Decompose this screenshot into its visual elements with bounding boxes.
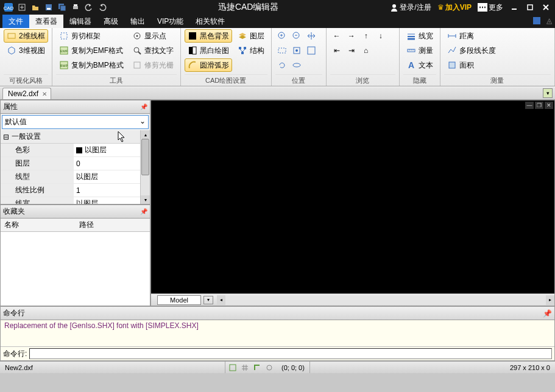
col-path[interactable]: 路径	[76, 219, 150, 231]
btn-text[interactable]: A文本	[403, 58, 436, 72]
scroll-up-icon[interactable]: ▴	[141, 130, 150, 139]
btn-measure[interactable]: 测量	[403, 44, 436, 57]
btn-black-bg[interactable]: 黑色背景	[185, 29, 232, 43]
btn-area[interactable]: 面积	[444, 58, 499, 72]
svg-rect-13	[528, 5, 532, 10]
file-menu[interactable]: 文件	[2, 15, 29, 28]
scroll-down-icon[interactable]: ▾	[141, 195, 150, 204]
saveall-icon[interactable]	[56, 2, 68, 13]
zoom-fit-icon[interactable]	[305, 44, 318, 57]
col-name[interactable]: 名称	[1, 219, 76, 231]
bw-icon	[188, 46, 197, 55]
command-input[interactable]	[29, 348, 552, 359]
svg-line-35	[242, 49, 245, 52]
redo-icon[interactable]	[96, 2, 108, 13]
zoom-extent-icon[interactable]	[290, 44, 303, 57]
pin-icon[interactable]: 📌	[543, 309, 552, 318]
btn-distance[interactable]: 距离	[444, 29, 499, 43]
zoom-in-icon[interactable]	[275, 29, 289, 43]
btn-bw-draw[interactable]: 黑白绘图	[185, 44, 232, 57]
svg-rect-58	[230, 365, 236, 371]
minimize-button[interactable]	[507, 2, 521, 13]
btn-copy-bmp[interactable]: BMP复制为BMP格式	[56, 58, 127, 72]
btn-show-points[interactable]: 显示点	[129, 29, 177, 43]
collapse-ribbon-icon[interactable]: ◬	[543, 15, 555, 27]
nav-up-icon[interactable]: ↑	[359, 29, 373, 43]
document-tab[interactable]: New2.dxf ✕	[2, 88, 51, 99]
svg-rect-6	[47, 8, 51, 10]
nav-left-icon[interactable]: ←	[330, 29, 344, 43]
prop-row-color[interactable]: 色彩以图层	[1, 144, 140, 157]
prop-row-linetype[interactable]: 线型以图层	[1, 170, 140, 184]
zoom-out-icon[interactable]	[290, 29, 303, 43]
snap-toggle[interactable]	[228, 363, 238, 373]
pin-icon[interactable]: 📌	[140, 208, 147, 215]
group-label: 工具	[56, 74, 177, 86]
tab-dropdown[interactable]: ▾	[543, 88, 553, 98]
nav-first-icon[interactable]: ⇤	[330, 44, 344, 57]
property-selector[interactable]: 默认值⌄	[2, 115, 149, 129]
canvas-close-icon[interactable]: ✕	[545, 102, 553, 109]
tab-editor[interactable]: 编辑器	[63, 15, 97, 28]
layout-dropdown[interactable]: ▾	[203, 296, 213, 304]
btn-smooth-arc[interactable]: 圆滑弧形	[185, 58, 232, 72]
tab-advanced[interactable]: 高级	[97, 15, 124, 28]
app-icon[interactable]: CAD	[2, 2, 15, 13]
nav-last-icon[interactable]: ⇥	[345, 44, 358, 57]
tab-related[interactable]: 相关软件	[189, 15, 231, 28]
save-icon[interactable]	[43, 2, 55, 13]
model-tab[interactable]: Model	[157, 295, 201, 305]
drawing-canvas[interactable]: — ❐ ✕	[151, 100, 554, 293]
more-label: 更多	[489, 2, 503, 13]
canvas-hscroll[interactable]: ◂▸	[217, 295, 554, 305]
scroll-left-icon[interactable]: ◂	[217, 295, 225, 305]
close-tab-icon[interactable]: ✕	[42, 91, 47, 97]
prop-row-lineweight[interactable]: 线宽以图层	[1, 197, 140, 204]
svg-point-43	[295, 49, 298, 52]
more-button[interactable]: ⋯更多	[476, 1, 505, 14]
new-icon[interactable]	[16, 2, 28, 13]
btn-3d-view[interactable]: 3维视图	[4, 44, 48, 57]
undo-icon[interactable]	[83, 2, 95, 13]
nav-home-icon[interactable]: ⌂	[359, 44, 373, 57]
tab-viewer[interactable]: 查看器	[29, 15, 63, 28]
btn-copy-emf[interactable]: EMF复制为EMF格式	[56, 44, 127, 57]
zoom-window-icon[interactable]	[275, 44, 289, 57]
area-icon	[447, 60, 457, 70]
pan-icon[interactable]	[305, 29, 318, 43]
prop-category[interactable]: ⊟一般设置	[1, 130, 140, 144]
prop-row-layer[interactable]: 图层0	[1, 157, 140, 170]
grid-toggle[interactable]	[240, 363, 250, 373]
btn-linewidth[interactable]: 线宽	[403, 29, 436, 43]
scroll-right-icon[interactable]: ▸	[546, 295, 554, 305]
btn-structure[interactable]: 结构	[235, 44, 267, 57]
nav-down-icon[interactable]: ↓	[374, 29, 387, 43]
tab-output[interactable]: 输出	[124, 15, 151, 28]
favorites-title: 收藏夹	[3, 206, 25, 217]
print-icon[interactable]	[69, 2, 82, 13]
login-button[interactable]: 登录/注册	[388, 1, 433, 14]
osnap-toggle[interactable]	[264, 363, 274, 373]
help-icon[interactable]	[531, 15, 543, 27]
nav-right-icon[interactable]: →	[345, 29, 358, 43]
prop-scrollbar[interactable]: ▴▾	[140, 130, 150, 204]
btn-2d-wireframe[interactable]: 2维线框	[4, 29, 48, 43]
prop-row-ltscale[interactable]: 线性比例1	[1, 184, 140, 197]
canvas-restore-icon[interactable]: ❐	[535, 102, 543, 109]
pin-icon[interactable]: 📌	[140, 103, 147, 110]
close-button[interactable]	[539, 2, 553, 13]
open-icon[interactable]	[29, 2, 41, 13]
rotate-icon[interactable]	[275, 58, 289, 72]
scroll-thumb[interactable]	[141, 139, 149, 175]
tab-vip[interactable]: VIP功能	[151, 15, 189, 28]
ortho-toggle[interactable]	[252, 363, 262, 373]
btn-layers[interactable]: 图层	[235, 29, 267, 43]
maximize-button[interactable]	[523, 2, 537, 13]
btn-polyline-length[interactable]: 多段线长度	[444, 44, 499, 57]
orbit-icon[interactable]	[290, 58, 303, 72]
svg-rect-27	[134, 62, 140, 68]
vip-button[interactable]: ♛加入VIP	[436, 1, 473, 14]
btn-clip-frame[interactable]: 剪切框架	[56, 29, 127, 43]
canvas-min-icon[interactable]: —	[525, 102, 534, 109]
btn-find-text[interactable]: 查找文字	[129, 44, 177, 57]
